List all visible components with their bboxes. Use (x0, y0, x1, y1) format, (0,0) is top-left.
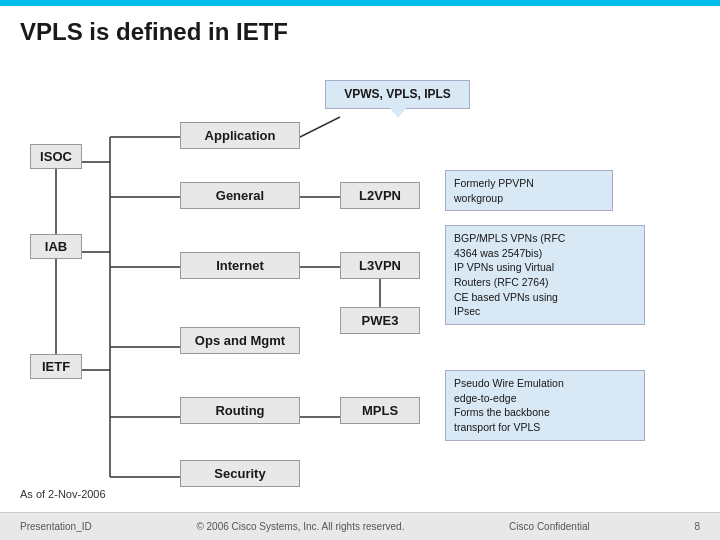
callout-bgp: BGP/MPLS VPNs (RFC 4364 was 2547bis) IP … (445, 225, 645, 325)
org-ietf: IETF (30, 354, 82, 379)
footer-page-number: 8 (694, 521, 700, 532)
as-of-text: As of 2-Nov-2006 (20, 488, 106, 500)
callout-pseudo: Pseudo Wire Emulation edge-to-edge Forms… (445, 370, 645, 441)
callout-vpws: VPWS, VPLS, IPLS (325, 80, 470, 109)
detail-pwe3: PWE3 (340, 307, 420, 334)
cat-routing: Routing (180, 397, 300, 424)
cat-ops-mgmt: Ops and Mgmt (180, 327, 300, 354)
org-isoc: ISOC (30, 144, 82, 169)
detail-l3vpn: L3VPN (340, 252, 420, 279)
detail-l2vpn: L2VPN (340, 182, 420, 209)
cat-security: Security (180, 460, 300, 487)
page-content: VPLS is defined in IETF (0, 6, 720, 482)
diagram-area: ISOC IAB IETF Application General Intern… (20, 62, 700, 482)
svg-line-16 (300, 117, 340, 137)
footer-copyright: © 2006 Cisco Systems, Inc. All rights re… (196, 521, 404, 532)
callout-ppvpn: Formerly PPVPN workgroup (445, 170, 613, 211)
footer: Presentation_ID © 2006 Cisco Systems, In… (0, 512, 720, 540)
page-title: VPLS is defined in IETF (20, 18, 700, 46)
cat-internet: Internet (180, 252, 300, 279)
org-iab: IAB (30, 234, 82, 259)
footer-presentation-id: Presentation_ID (20, 521, 92, 532)
detail-mpls: MPLS (340, 397, 420, 424)
cat-application: Application (180, 122, 300, 149)
footer-confidential: Cisco Confidential (509, 521, 590, 532)
cat-general: General (180, 182, 300, 209)
